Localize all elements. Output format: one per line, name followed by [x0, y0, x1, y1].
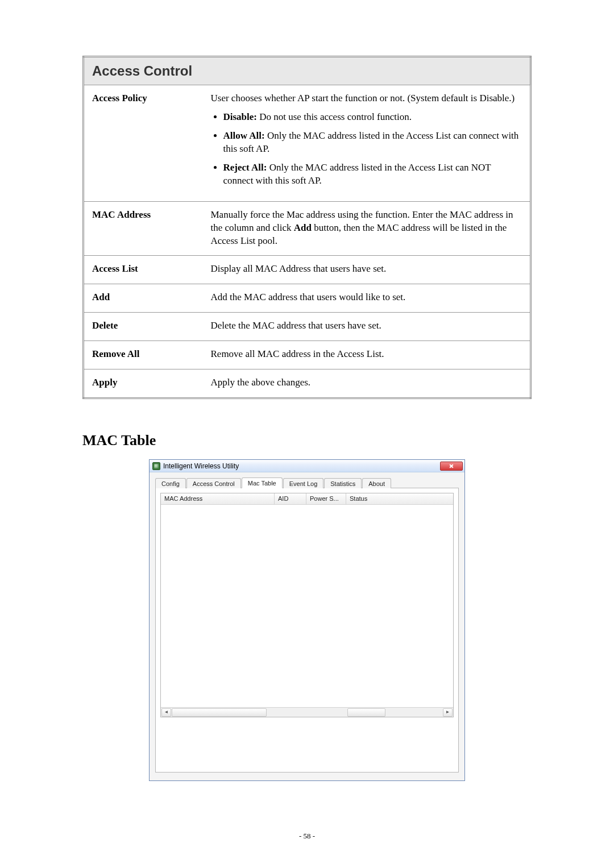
col-mac-address[interactable]: MAC Address	[161, 493, 275, 504]
item-text: Only the MAC address listed in the Acces…	[223, 130, 519, 154]
dialog-body: Config Access Control Mac Table Event Lo…	[150, 472, 464, 780]
row-desc-remove-all: Remove all MAC address in the Access Lis…	[203, 341, 531, 369]
listview-header: MAC Address AID Power S... Status	[161, 493, 453, 505]
row-label-remove-all: Remove All	[84, 341, 203, 369]
col-aid[interactable]: AID	[275, 493, 306, 504]
row-desc-access-list: Display all MAC Address that users have …	[203, 256, 531, 284]
scroll-thumb-1[interactable]	[172, 708, 267, 717]
tab-strip: Config Access Control Mac Table Event Lo…	[155, 476, 459, 488]
horizontal-scrollbar[interactable]: ◄ ►	[161, 707, 453, 717]
mac-table-heading: MAC Table	[82, 432, 532, 449]
item-text: Do not use this access control function.	[257, 111, 412, 122]
row-label-mac-address: MAC Address	[84, 201, 203, 256]
mac-table-listview[interactable]: MAC Address AID Power S... Status ◄ ►	[160, 493, 454, 717]
row-label-access-policy: Access Policy	[84, 85, 203, 202]
row-desc-mac-address: Manually force the Mac address using the…	[203, 201, 531, 256]
access-policy-intro: User chooses whether AP start the functi…	[211, 92, 522, 105]
tab-statistics[interactable]: Statistics	[324, 478, 362, 488]
row-desc-access-policy: User chooses whether AP start the functi…	[203, 85, 531, 202]
tab-config[interactable]: Config	[155, 478, 186, 488]
tab-access-control[interactable]: Access Control	[186, 478, 241, 488]
list-item: Allow All: Only the MAC address listed i…	[223, 130, 522, 156]
item-name: Disable:	[223, 111, 258, 122]
row-desc-add: Add the MAC address that users would lik…	[203, 284, 531, 313]
row-desc-apply: Apply the above changes.	[203, 369, 531, 398]
scroll-thumb-track[interactable]	[172, 708, 442, 717]
access-policy-list: Disable: Do not use this access control …	[211, 111, 522, 188]
section-title: Access Control	[92, 63, 192, 78]
dialog-title: Intelligent Wireless Utility	[163, 462, 440, 470]
scroll-right-icon[interactable]: ►	[443, 708, 453, 717]
col-power-s[interactable]: Power S...	[306, 493, 346, 504]
tab-mac-table[interactable]: Mac Table	[242, 477, 283, 488]
row-label-add: Add	[84, 284, 203, 313]
row-label-access-list: Access List	[84, 256, 203, 284]
row-label-apply: Apply	[84, 369, 203, 398]
list-item: Reject All: Only the MAC address listed …	[223, 161, 522, 188]
row-desc-delete: Delete the MAC address that users have s…	[203, 313, 531, 341]
access-control-table: Access Control Access Policy User choose…	[82, 56, 532, 399]
tab-page: MAC Address AID Power S... Status ◄ ►	[155, 488, 459, 773]
dialog-titlebar[interactable]: Intelligent Wireless Utility	[150, 460, 464, 472]
item-name: Allow All:	[223, 130, 265, 141]
row-label-delete: Delete	[84, 313, 203, 341]
mac-text-bold: Add	[294, 222, 312, 233]
close-icon[interactable]	[440, 462, 463, 471]
dialog-window: Intelligent Wireless Utility Config Acce…	[149, 459, 465, 781]
listview-body	[161, 505, 453, 707]
scroll-left-icon[interactable]: ◄	[161, 708, 171, 717]
section-header-cell: Access Control	[84, 57, 531, 85]
list-item: Disable: Do not use this access control …	[223, 111, 522, 124]
item-name: Reject All:	[223, 162, 267, 173]
page-number: - 58 -	[0, 832, 614, 841]
tab-about[interactable]: About	[362, 478, 391, 488]
app-icon	[152, 462, 160, 470]
col-status[interactable]: Status	[346, 493, 447, 504]
scroll-thumb-2[interactable]	[347, 708, 385, 717]
tab-event-log[interactable]: Event Log	[283, 478, 324, 488]
